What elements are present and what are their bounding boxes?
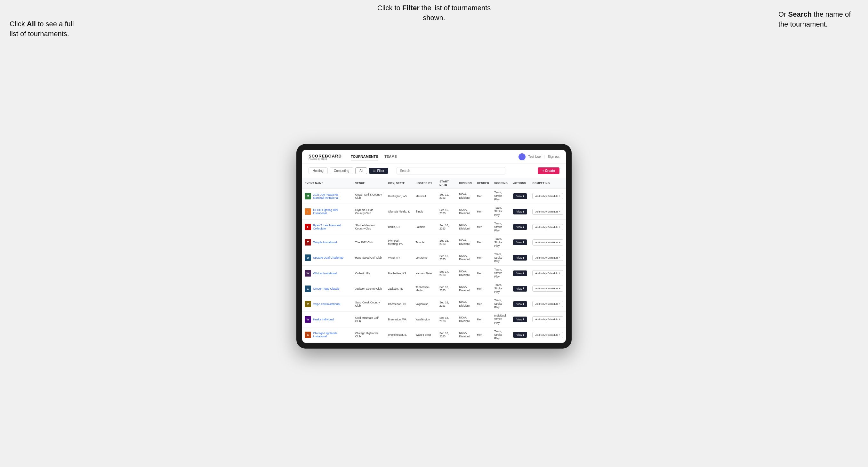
start-date-cell: Sep 16, 2023 xyxy=(437,235,456,250)
competing-cell: Add to My Schedule + xyxy=(530,219,566,235)
event-name-cell-3: T Temple Invitational xyxy=(302,235,353,250)
info-icon: ℹ xyxy=(523,303,524,305)
scoring-cell: Team,Stroke Play xyxy=(492,250,510,266)
view-button[interactable]: View ℹ xyxy=(513,317,527,322)
venue-cell: Jackson Country Club xyxy=(353,281,386,297)
sign-out-link[interactable]: Sign out xyxy=(548,155,559,158)
add-schedule-button[interactable]: Add to My Schedule + xyxy=(532,332,563,338)
city-state-cell: Olympia Fields, IL xyxy=(385,204,413,219)
filter-button[interactable]: ☰ Filter xyxy=(369,168,388,174)
add-schedule-button[interactable]: Add to My Schedule + xyxy=(532,270,563,276)
venue-cell: The 1912 Club xyxy=(353,235,386,250)
tablet-frame: SCOREBOARD Powered by clippd TOURNAMENTS… xyxy=(297,144,571,348)
col-venue: VENUE xyxy=(353,178,386,189)
competing-cell: Add to My Schedule + xyxy=(530,297,566,312)
annotation-top-left: Click All to see a full list of tourname… xyxy=(9,19,80,39)
view-button[interactable]: View ℹ xyxy=(513,224,527,230)
tab-hosting[interactable]: Hosting xyxy=(309,167,328,174)
view-button[interactable]: View ℹ xyxy=(513,240,527,245)
scoring-cell: Team,Stroke Play xyxy=(492,204,510,219)
hosted-by-cell: Valparaiso xyxy=(413,297,437,312)
tab-competing[interactable]: Competing xyxy=(330,167,353,174)
nav-tab-tournaments[interactable]: TOURNAMENTS xyxy=(351,153,378,160)
event-name-text[interactable]: 2023 Joe Feaganes Marshall Invitational xyxy=(313,193,350,199)
hosted-by-cell: Temple xyxy=(413,235,437,250)
view-button[interactable]: View ℹ xyxy=(513,332,527,338)
view-button[interactable]: View ℹ xyxy=(513,286,527,291)
gender-cell: Men xyxy=(474,327,492,342)
event-name-text[interactable]: Temple Invitational xyxy=(313,241,337,244)
city-state-cell: Westchester, IL xyxy=(385,327,413,342)
annotation-top-right: Or Search the name of the tournament. xyxy=(778,9,862,29)
view-button[interactable]: View ℹ xyxy=(513,301,527,307)
division-cell: NCAADivision I xyxy=(456,219,474,235)
competing-cell: Add to My Schedule + xyxy=(530,266,566,281)
table-row: V Valpo Fall Invitational Sand Creek Cou… xyxy=(302,297,566,312)
gender-cell: Men xyxy=(474,266,492,281)
table-row: W Husky Individual Gold Mountain Golf Cl… xyxy=(302,312,566,327)
gender-cell: Men xyxy=(474,219,492,235)
event-name-text[interactable]: Chicago Highlands Invitational xyxy=(313,332,350,338)
start-date-cell: Sep 11, 2023 xyxy=(437,189,456,204)
division-cell: NCAADivision I xyxy=(456,204,474,219)
info-icon: ℹ xyxy=(523,226,524,228)
view-button[interactable]: View ℹ xyxy=(513,255,527,260)
add-schedule-button[interactable]: Add to My Schedule + xyxy=(532,193,563,199)
event-name-cell-6: G Grover Page Classic xyxy=(302,281,353,297)
header-right: T Test User | Sign out xyxy=(519,153,559,160)
gender-cell: Men xyxy=(474,312,492,327)
actions-cell: View ℹ xyxy=(510,235,530,250)
actions-cell: View ℹ xyxy=(510,204,530,219)
col-scoring: SCORING xyxy=(492,178,510,189)
tournaments-table: EVENT NAME VENUE CITY, STATE HOSTED BY S… xyxy=(302,178,566,342)
event-name-text[interactable]: Husky Individual xyxy=(313,318,334,321)
add-schedule-button[interactable]: Add to My Schedule + xyxy=(532,301,563,307)
search-input[interactable] xyxy=(397,167,505,175)
team-logo: T xyxy=(305,239,311,246)
add-schedule-button[interactable]: Add to My Schedule + xyxy=(532,285,563,291)
scoring-cell: Team,Stroke Play xyxy=(492,235,510,250)
event-name-text[interactable]: Ryan T. Lee Memorial Collegiate xyxy=(313,224,350,230)
event-name-text[interactable]: Valpo Fall Invitational xyxy=(313,303,340,306)
info-icon: ℹ xyxy=(523,210,524,213)
actions-cell: View ℹ xyxy=(510,281,530,297)
venue-cell: Shuttle Meadow Country Club xyxy=(353,219,386,235)
competing-cell: Add to My Schedule + xyxy=(530,189,566,204)
city-state-cell: Berlin, CT xyxy=(385,219,413,235)
team-logo: V xyxy=(305,301,311,307)
gender-cell: Men xyxy=(474,281,492,297)
event-name-text[interactable]: Wildcat Invitational xyxy=(313,272,337,275)
event-name-text[interactable]: Upstate Dual Challenge xyxy=(313,256,343,259)
division-cell: NCAADivision I xyxy=(456,312,474,327)
gender-cell: Men xyxy=(474,204,492,219)
team-logo: W xyxy=(305,270,311,277)
view-button[interactable]: View ℹ xyxy=(513,193,527,199)
add-schedule-button[interactable]: Add to My Schedule + xyxy=(532,316,563,322)
create-button[interactable]: + Create xyxy=(538,167,559,174)
tablet-screen: SCOREBOARD Powered by clippd TOURNAMENTS… xyxy=(302,150,566,342)
division-cell: NCAADivision I xyxy=(456,327,474,342)
event-name-text[interactable]: OFCC Fighting Illini Invitational xyxy=(313,208,350,215)
table-row: U Upstate Dual Challenge Ravenwood Golf … xyxy=(302,250,566,266)
start-date-cell: Sep 15, 2023 xyxy=(437,204,456,219)
event-name-cell-4: U Upstate Dual Challenge xyxy=(302,250,353,266)
col-event-name: EVENT NAME xyxy=(302,178,353,189)
col-start-date: START DATE xyxy=(437,178,456,189)
add-schedule-button[interactable]: Add to My Schedule + xyxy=(532,240,563,246)
add-schedule-button[interactable]: Add to My Schedule + xyxy=(532,209,563,215)
view-button[interactable]: View ℹ xyxy=(513,271,527,276)
hosted-by-cell: Le Moyne xyxy=(413,250,437,266)
division-cell: NCAADivision I xyxy=(456,235,474,250)
add-schedule-button[interactable]: Add to My Schedule + xyxy=(532,255,563,261)
add-schedule-button[interactable]: Add to My Schedule + xyxy=(532,224,563,230)
competing-cell: Add to My Schedule + xyxy=(530,204,566,219)
venue-cell: Olympia Fields Country Club xyxy=(353,204,386,219)
city-state-cell: Manhattan, KS xyxy=(385,266,413,281)
tab-all[interactable]: All xyxy=(355,167,367,174)
event-name-text[interactable]: Grover Page Classic xyxy=(313,287,340,290)
city-state-cell: Chesterton, IN xyxy=(385,297,413,312)
nav-tab-teams[interactable]: TEAMS xyxy=(384,153,397,160)
venue-cell: Chicago Highlands Club xyxy=(353,327,386,342)
start-date-cell: Sep 18, 2023 xyxy=(437,312,456,327)
view-button[interactable]: View ℹ xyxy=(513,209,527,214)
